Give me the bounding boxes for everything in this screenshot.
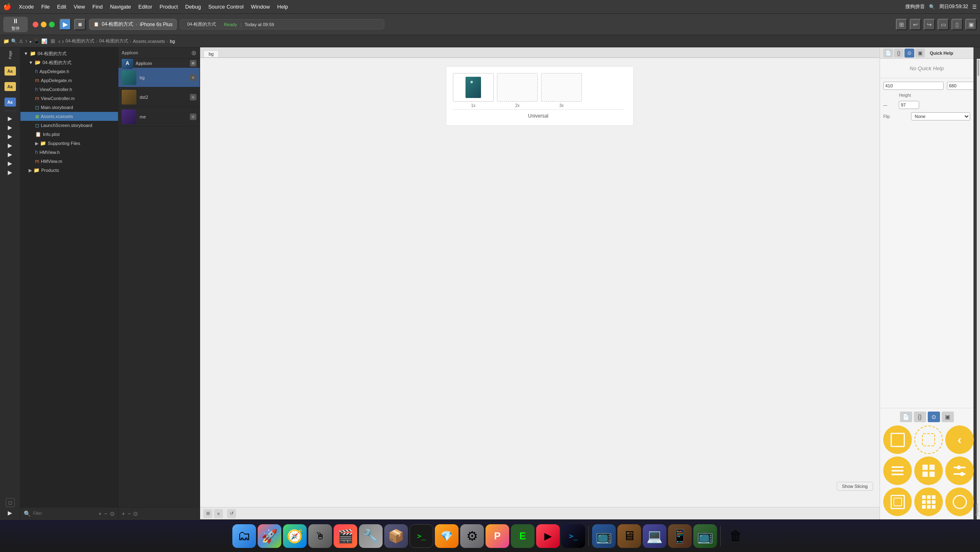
dock-terminal[interactable]: >_ <box>410 524 433 548</box>
nav-square-btn[interactable]: ◻ <box>6 498 15 507</box>
file-launch-storyboard[interactable]: ◻ LaunchScreen.storyboard <box>20 121 118 130</box>
file-hmview-m[interactable]: m HMView.m <box>20 157 118 166</box>
icon-dashed-square-btn[interactable] <box>914 425 943 454</box>
nav-arrow-1[interactable]: ▶ <box>8 115 12 122</box>
menu-source-control[interactable]: Source Control <box>205 3 247 11</box>
flip-select[interactable]: None Horizontal Vertical <box>911 112 970 120</box>
pause-button[interactable]: ⏸ 暂停 <box>3 17 28 32</box>
nav-arrow-7[interactable]: ▶ <box>8 169 12 176</box>
close-button[interactable] <box>33 22 38 27</box>
menubar-search-icon[interactable]: 🔍 <box>929 4 935 10</box>
scrollbar[interactable] <box>977 59 980 519</box>
dock-launchpad[interactable]: 🚀 <box>258 524 281 548</box>
menu-product[interactable]: Product <box>156 3 181 11</box>
search-icon[interactable]: 🔍 <box>11 38 17 44</box>
list-view-btn[interactable]: ≡ <box>214 509 223 518</box>
nav-arrow-2[interactable]: ▶ <box>8 124 12 131</box>
file-appdel-m[interactable]: m AppDelegate.m <box>20 76 118 85</box>
dock-iterm[interactable]: >_ <box>561 524 585 548</box>
assets-add-btn[interactable]: + <box>122 510 125 517</box>
filter-btn[interactable]: ⊙ <box>110 510 115 517</box>
scheme-selector[interactable]: 📋 04-检图的方式 › iPhone 6s Plus <box>89 19 177 30</box>
dock-safari[interactable]: 🧭 <box>283 524 307 548</box>
dock-trash[interactable]: 🗑 <box>724 524 748 548</box>
file-tree-group[interactable]: ▼ 📂 04-检图的方式 <box>20 58 118 67</box>
run-button[interactable]: ▶ <box>60 19 71 30</box>
asset-item-dst2[interactable]: dst2 ⊕ <box>118 87 200 107</box>
tab-attributes[interactable]: ▣ <box>915 49 925 58</box>
dock-app6[interactable]: 📺 <box>693 524 717 548</box>
apple-menu[interactable]: 🍎 <box>3 3 11 11</box>
dock-pp[interactable]: P <box>486 524 509 548</box>
icon-arrow-left-btn[interactable]: ‹ <box>945 425 974 454</box>
git-icon[interactable]: ↑ <box>25 38 27 44</box>
layout-btn-5[interactable]: ▯ <box>951 19 963 30</box>
menu-editor[interactable]: Editor <box>135 3 156 11</box>
maximize-button[interactable] <box>49 22 55 27</box>
dock-tools[interactable]: 🔧 <box>359 524 383 548</box>
icon-inner-grid-btn[interactable] <box>914 487 943 516</box>
width-input[interactable] <box>883 82 944 90</box>
menu-xcode[interactable]: Xcode <box>16 3 37 11</box>
slot-2x[interactable] <box>497 73 538 102</box>
icon-list-btn[interactable] <box>883 456 912 485</box>
file-icon[interactable]: 📁 <box>3 38 9 44</box>
nav-back[interactable]: ‹ <box>58 38 60 45</box>
menubar-menu-icon[interactable]: ☰ <box>972 4 977 10</box>
menu-edit[interactable]: Edit <box>54 3 69 11</box>
menu-help[interactable]: Help <box>274 3 292 11</box>
extra-input[interactable] <box>899 101 919 109</box>
icon-grid-btn[interactable] <box>914 456 943 485</box>
file-main-storyboard[interactable]: ◻ Main.storyboard <box>20 103 118 112</box>
nav-aa-2[interactable]: Aa <box>4 82 16 91</box>
file-info-plist[interactable]: 📋 Info.plist <box>20 130 118 139</box>
icon-tab-4[interactable]: ▣ <box>942 412 954 422</box>
nav-arrow-5[interactable]: ▶ <box>8 151 12 158</box>
menu-view[interactable]: View <box>70 3 88 11</box>
search-icon-bottom[interactable]: 🔍 <box>24 510 31 517</box>
icon-tab-3[interactable]: ⊙ <box>928 412 940 422</box>
nav-forward[interactable]: › <box>62 38 64 45</box>
add-file-btn[interactable]: + <box>98 510 102 517</box>
layout-btn-4[interactable]: ▭ <box>938 19 949 30</box>
layout-btn-2[interactable]: ↩ <box>910 19 921 30</box>
tab-quick-help[interactable]: {} <box>894 49 904 58</box>
minimize-button[interactable] <box>41 22 47 27</box>
file-appdel-h[interactable]: h AppDelegate.h <box>20 67 118 76</box>
remove-file-btn[interactable]: − <box>104 510 107 517</box>
icon-camera-btn[interactable] <box>945 487 974 516</box>
menu-window[interactable]: Window <box>248 3 273 11</box>
icon-tab-2[interactable]: {} <box>914 412 926 422</box>
dock-app4[interactable]: 💻 <box>643 524 666 548</box>
filter-input[interactable] <box>33 511 96 516</box>
menu-file[interactable]: File <box>38 3 53 11</box>
breakpoint-icon[interactable]: ⬥ <box>29 38 32 44</box>
file-viewcon-h[interactable]: h ViewController.h <box>20 85 118 94</box>
dock-sketch[interactable]: 💎 <box>435 524 459 548</box>
device-icon[interactable]: 📱 <box>33 38 40 44</box>
layout-btn-1[interactable]: ⊞ <box>896 19 907 30</box>
menu-find[interactable]: Find <box>89 3 106 11</box>
file-products[interactable]: ▶ 📁 Products <box>20 166 118 175</box>
tab-file[interactable]: 📄 <box>883 49 893 58</box>
asset-item-bg[interactable]: bg ⊕ <box>118 68 200 87</box>
grid-icon[interactable]: ⊞ <box>51 38 55 44</box>
dock-mouse[interactable]: 🖱 <box>308 524 332 548</box>
stop-button[interactable]: ■ <box>74 19 86 30</box>
dock-screenflow[interactable]: ▶ <box>536 524 560 548</box>
breadcrumb-item-3[interactable]: Assets.xcassets <box>133 39 165 44</box>
nav-arrow-3[interactable]: ▶ <box>8 133 12 140</box>
assets-filter-btn[interactable]: ⊙ <box>133 510 138 517</box>
dock-app3[interactable]: 🖥 <box>617 524 641 548</box>
warning-icon[interactable]: ⚠ <box>19 38 23 44</box>
file-supporting[interactable]: ▶ 📁 Supporting Files <box>20 139 118 148</box>
layout-btn-6[interactable]: ▣ <box>965 19 977 30</box>
nav-aa-3[interactable]: Aa <box>4 98 16 107</box>
menu-debug[interactable]: Debug <box>182 3 204 11</box>
file-hmview-h[interactable]: h HMView.h <box>20 148 118 157</box>
refresh-btn[interactable]: ↺ <box>227 509 236 518</box>
dock-prefs[interactable]: ⚙ <box>460 524 484 548</box>
nav-arrow-8[interactable]: ▶ <box>8 510 12 516</box>
dock-app5[interactable]: 📱 <box>668 524 692 548</box>
grid-view-btn[interactable]: ⊞ <box>203 509 212 518</box>
